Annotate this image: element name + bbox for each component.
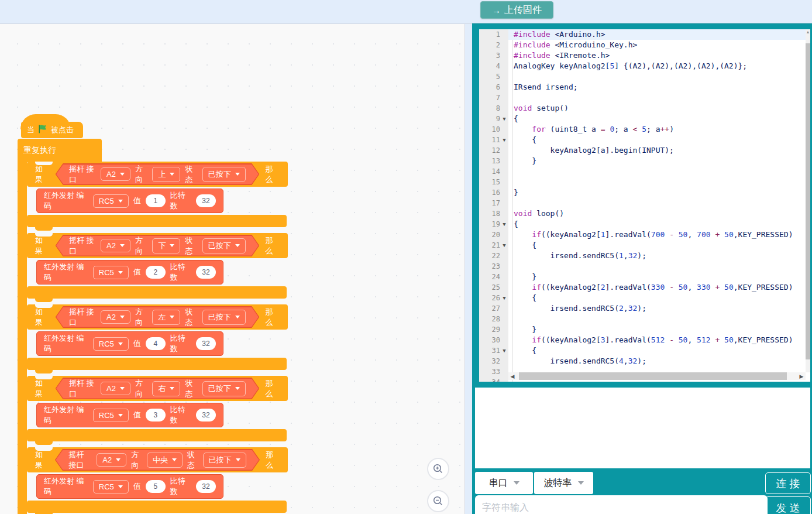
then-label: 那么 — [265, 378, 280, 399]
fold-spacer — [500, 324, 508, 335]
chevron-down-icon — [120, 173, 125, 176]
fold-arrow-icon[interactable]: ▼ — [500, 345, 508, 356]
ir-value-input[interactable]: 5 — [146, 480, 166, 493]
if-block-row[interactable]: 如果 摇杆 接口 A2 方向 下 状态 已按下 那么 红外发射 编码 RC5 — [27, 233, 331, 299]
ir-bits-input[interactable]: 32 — [196, 266, 216, 279]
direction-label: 方向 — [131, 450, 142, 471]
code-line: 3#include <IRremote.h> — [479, 50, 806, 61]
code-editor[interactable]: 1#include <Arduino.h>2#include <Microdui… — [479, 29, 810, 382]
fold-arrow-icon[interactable]: ▼ — [500, 219, 508, 229]
ir-send-block[interactable]: 红外发射 编码 RC5 值 5 比特数 32 — [36, 474, 223, 499]
direction-dropdown[interactable]: 左 — [152, 310, 180, 325]
serial-port-select[interactable]: 串口 — [475, 472, 533, 494]
state-dropdown[interactable]: 已按下 — [202, 310, 246, 325]
upload-firmware-button[interactable]: → 上传固件 — [480, 1, 553, 19]
fold-spacer — [500, 82, 508, 92]
ir-protocol-dropdown[interactable]: RC5 — [93, 266, 129, 279]
if-then-block[interactable]: 如果 摇杆 接口 A2 方向 下 状态 已按下 那么 — [27, 233, 288, 258]
if-block-footer[interactable] — [27, 215, 287, 227]
ir-bits-input[interactable]: 32 — [196, 194, 216, 207]
vertical-scrollbar-thumb[interactable] — [806, 43, 810, 359]
ir-protocol-dropdown[interactable]: RC5 — [93, 480, 129, 494]
fold-spacer — [500, 261, 508, 272]
if-block-row[interactable]: 如果 摇杆 接口 A2 方向 左 状态 已按下 那么 红外发射 编码 RC5 — [27, 304, 331, 370]
direction-dropdown[interactable]: 上 — [152, 167, 180, 182]
if-label: 如果 — [35, 450, 49, 471]
joystick-condition-block[interactable]: 摇杆 接口 A2 方向 左 状态 已按下 — [56, 306, 260, 328]
line-number: 23 — [479, 261, 500, 272]
if-block-footer[interactable] — [27, 501, 287, 513]
vertical-scrollbar[interactable]: ▲ — [806, 29, 810, 372]
joystick-condition-block[interactable]: 摇杆 接口 A2 方向 右 状态 已按下 — [56, 378, 260, 399]
ir-protocol-dropdown[interactable]: RC5 — [93, 194, 129, 208]
serial-string-input[interactable] — [475, 495, 768, 514]
scroll-up-arrow-icon[interactable]: ▲ — [806, 29, 810, 35]
zoom-out-button[interactable] — [427, 490, 449, 512]
ir-value-input[interactable]: 3 — [146, 409, 166, 422]
scroll-left-arrow-icon[interactable]: ◀ — [508, 373, 517, 379]
line-number: 33 — [479, 366, 500, 377]
port-dropdown[interactable]: A2 — [101, 239, 130, 252]
if-then-block[interactable]: 如果 摇杆 接口 A2 方向 右 状态 已按下 那么 — [27, 376, 288, 401]
code-line-text: if((keyAnalog2[3].readVal(512 - 50, 512 … — [508, 335, 806, 345]
if-block-row[interactable]: 如果 摇杆 接口 A2 方向 右 状态 已按下 那么 红外发射 编码 RC5 — [27, 376, 331, 441]
if-then-block[interactable]: 如果 摇杆 接口 A2 方向 中央 状态 已按下 那么 — [27, 447, 288, 472]
if-block-footer[interactable] — [27, 286, 287, 299]
ir-send-block[interactable]: 红外发射 编码 RC5 值 3 比特数 32 — [36, 403, 223, 427]
baud-rate-select[interactable]: 波特率 — [534, 472, 593, 494]
if-then-block[interactable]: 如果 摇杆 接口 A2 方向 上 状态 已按下 那么 — [27, 162, 288, 187]
ir-protocol-dropdown[interactable]: RC5 — [93, 409, 129, 422]
if-block-footer[interactable] — [27, 358, 287, 370]
fold-spacer — [500, 356, 508, 366]
code-line-text — [508, 177, 806, 187]
state-dropdown[interactable]: 已按下 — [203, 453, 246, 468]
if-block-footer[interactable] — [27, 429, 287, 441]
block-workspace-canvas[interactable]: 当 被点击 重复执行 如果 摇杆 接口 A2 方向 上 — [0, 24, 465, 514]
serial-monitor-output[interactable] — [475, 388, 810, 468]
fold-arrow-icon[interactable]: ▼ — [500, 240, 508, 251]
ir-bits-input[interactable]: 32 — [196, 409, 216, 422]
fold-arrow-icon[interactable]: ▼ — [500, 293, 508, 303]
if-block-row[interactable]: 如果 摇杆 接口 A2 方向 上 状态 已按下 那么 红外发射 编码 RC5 — [27, 162, 331, 227]
chevron-down-icon — [118, 485, 123, 488]
ir-value-input[interactable]: 2 — [146, 266, 166, 279]
ir-value-input[interactable]: 1 — [146, 194, 166, 207]
ir-send-block[interactable]: 红外发射 编码 RC5 值 1 比特数 32 — [36, 189, 223, 213]
port-dropdown[interactable]: A2 — [97, 453, 126, 467]
zoom-in-button[interactable] — [427, 458, 449, 480]
when-flag-clicked-block[interactable]: 当 被点击 — [21, 122, 83, 138]
direction-dropdown[interactable]: 右 — [152, 381, 180, 396]
port-dropdown[interactable]: A2 — [101, 310, 130, 324]
fold-arrow-icon[interactable]: ▼ — [500, 135, 508, 145]
ir-label: 红外发射 编码 — [44, 333, 88, 354]
direction-dropdown[interactable]: 下 — [152, 238, 180, 253]
scroll-right-arrow-icon[interactable]: ▶ — [797, 373, 806, 379]
ir-protocol-dropdown[interactable]: RC5 — [93, 337, 129, 351]
joystick-condition-block[interactable]: 摇杆 接口 A2 方向 下 状态 已按下 — [56, 235, 260, 256]
send-button[interactable]: 发 送 — [765, 496, 811, 514]
if-block-row[interactable]: 如果 摇杆 接口 A2 方向 中央 状态 已按下 那么 红外发射 编码 RC5 — [27, 447, 331, 513]
zoom-in-icon — [432, 462, 445, 475]
ir-send-block[interactable]: 红外发射 编码 RC5 值 4 比特数 32 — [36, 331, 223, 356]
joystick-condition-block[interactable]: 摇杆 接口 A2 方向 中央 状态 已按下 — [55, 449, 260, 471]
horizontal-scrollbar[interactable]: ◀ ▶ — [508, 372, 806, 380]
joystick-condition-block[interactable]: 摇杆 接口 A2 方向 上 状态 已按下 — [56, 163, 260, 185]
connect-button[interactable]: 连 接 — [765, 472, 811, 494]
ir-bits-input[interactable]: 32 — [196, 337, 216, 350]
state-dropdown[interactable]: 已按下 — [202, 167, 246, 182]
port-dropdown[interactable]: A2 — [101, 167, 130, 181]
fold-spacer — [500, 251, 508, 261]
direction-dropdown[interactable]: 中央 — [147, 453, 183, 468]
repeat-forever-block[interactable]: 重复执行 — [18, 139, 102, 162]
fold-arrow-icon[interactable]: ▼ — [500, 114, 508, 124]
horizontal-scrollbar-thumb[interactable] — [519, 372, 787, 380]
ir-send-block[interactable]: 红外发射 编码 RC5 值 2 比特数 32 — [36, 260, 223, 285]
ir-bits-input[interactable]: 32 — [196, 480, 216, 493]
state-dropdown[interactable]: 已按下 — [202, 381, 246, 396]
if-then-block[interactable]: 如果 摇杆 接口 A2 方向 左 状态 已按下 那么 — [27, 304, 288, 330]
joystick-label: 摇杆 接口 — [69, 378, 96, 399]
port-dropdown[interactable]: A2 — [101, 382, 130, 395]
fold-spacer — [500, 156, 508, 166]
ir-value-input[interactable]: 4 — [146, 337, 166, 350]
state-dropdown[interactable]: 已按下 — [202, 238, 246, 253]
